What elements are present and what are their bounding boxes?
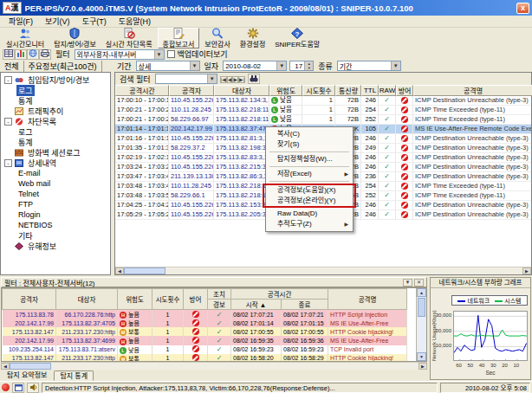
context-menu-item-7[interactable]: 공격정보(도움말)(X) [267,185,352,196]
realtime-monitor-button[interactable]: 실시간모니터 [2,28,49,48]
col-end[interactable]: 종료 [282,300,328,310]
column-header-공격자[interactable]: 공격자 [169,85,214,96]
spinner-arrows-icon[interactable]: ▲▼ [304,61,313,70]
summary-row-1[interactable]: 202.142.17.99175.113.82.37:4705H 높음1✓08/… [3,319,407,327]
scroll-right-icon[interactable]: ▶ [522,267,531,274]
tree-expander-icon[interactable]: - [4,118,12,126]
table-view-button[interactable] [3,49,15,60]
log-row-1[interactable]: 17:00:21 - 17:00:21110.11.28.245175.113.… [115,106,531,115]
web-view-button[interactable] [27,49,39,60]
context-menu-item-9[interactable]: Raw Data(D) [267,209,352,219]
col-defense[interactable]: 방어 [184,289,208,310]
tree-item-상세내역[interactable]: -상세내역 [1,158,110,168]
count-spinner[interactable]: 17▲▼ [289,61,314,71]
scrollbar-thumb[interactable] [418,298,425,317]
tree-item-방화벽 세션로그[interactable]: 방화벽 세션로그 [1,147,110,158]
tree-item-기타[interactable]: 기타 [1,230,110,241]
col-attack-name[interactable]: 공격명 [328,289,407,310]
col-alarm[interactable]: 경보 [208,300,231,310]
detect-defense-alert-button[interactable]: 탐지/방어/경보 [49,28,101,48]
detail-tab-1[interactable]: 탐지 통계 [54,370,94,381]
context-menu-item-3[interactable]: 탐지정책설정(W)... [267,154,352,164]
type-combobox[interactable]: 기간▼ [337,61,401,71]
tree-item-유해정보[interactable]: 유해정보 [1,241,110,251]
panel-collapse-icon[interactable]: ▼ [403,279,412,287]
column-header-공격명[interactable]: 공격명 [413,85,532,96]
column-header-시도횟수[interactable]: 시도횟수 [302,85,335,96]
col-attacker[interactable]: 공격자 [3,289,56,310]
backup-data-checkbox[interactable]: 백업데이터보기 [167,48,228,60]
checkbox-box-icon[interactable] [167,50,175,58]
col-attack-time[interactable]: 공격시간 [231,289,328,300]
scroll-down-icon[interactable]: ▼ [417,352,426,361]
sound-toggle-button[interactable] [27,383,39,393]
sniper-help-button[interactable]: ?SNIPER도움말 [270,28,324,48]
log-row-2[interactable]: 17:00:21 - 17:00:2158.229.66.97175.113.8… [115,115,531,125]
summary-row-4[interactable]: 109.235.254.114175.113.83.71:atservL 낮음1… [3,345,407,354]
tree-item-로그[interactable]: 로그 [1,85,110,95]
tree-item-Web mail[interactable]: Web mail [1,178,110,189]
menu-item-2[interactable]: 도구(T) [77,15,112,28]
panel-close-icon[interactable]: ✕ [414,279,424,287]
view-tab-0[interactable]: 전체 [0,61,24,72]
tree-item-Rlogin[interactable]: Rlogin [1,209,110,220]
column-header-RAW[interactable]: RAW [379,85,396,96]
tree-item-Telnet[interactable]: Telnet [1,189,110,199]
tree-item-E-mail[interactable]: E-mail [1,168,110,178]
tree-item-차단목록[interactable]: -차단목록 [1,116,110,126]
tree-expander-icon[interactable]: - [4,76,12,84]
chevron-down-icon[interactable]: ▼ [391,61,400,70]
scroll-right-icon[interactable]: ▶ [418,363,427,370]
print-button[interactable] [39,49,51,60]
col-start[interactable]: 시작 ▲ [231,300,282,310]
scroll-left-icon[interactable]: ◀ [115,267,124,274]
log-row-0[interactable]: 17:00:10 - 17:00:10110.45.155.226175.113… [115,96,531,106]
tree-item-FTP[interactable]: FTP [1,199,110,209]
context-menu-item-0[interactable]: 복사(C) [267,129,352,139]
date-combobox[interactable]: 2010-08-02▼ [223,61,287,71]
tree-item-침입탐지/방어/경보[interactable]: -침입탐지/방어/경보 [1,74,110,85]
chevron-down-icon[interactable]: ▼ [154,50,164,59]
tree-expander-icon[interactable]: - [4,159,12,167]
detail-tab-0[interactable]: 탐지 요약정보 [2,370,52,381]
search-filter-combobox[interactable]: ▼ [155,74,217,84]
tree-item-로그[interactable]: 로그 [1,126,110,137]
col-risk[interactable]: 위험도 [118,289,152,310]
scrollbar-thumb[interactable] [124,267,165,274]
find-binoculars-button[interactable] [248,74,260,84]
chevron-down-icon[interactable]: ▼ [276,61,286,70]
context-menu-item-10[interactable]: 추적도구(Z)▶ [267,219,352,229]
settings-button[interactable]: 환경설정 [236,28,269,48]
column-header-TTL[interactable]: TTL [361,85,379,96]
menu-item-1[interactable]: 보기(V) [40,15,75,28]
menu-item-0[interactable]: 파일(F) [3,15,38,28]
scroll-left-icon[interactable]: ◀ [1,363,10,370]
menu-item-3[interactable]: 도움말(H) [114,15,156,28]
context-menu-item-1[interactable]: 찾기(S) [267,139,352,150]
summary-hscrollbar[interactable]: ◀▶ [1,362,427,370]
column-header-대상자[interactable]: 대상자 [214,85,269,96]
column-header-공격시간[interactable]: 공격시간 [115,85,169,96]
column-header-방어[interactable]: 방어 [396,85,413,96]
period-combobox[interactable]: 상세▼ [136,61,200,71]
column-header-통신량[interactable]: 통신량 [335,85,361,96]
security-audit-button[interactable]: 보안감사 [200,28,234,48]
chart-view-button[interactable] [15,49,27,60]
col-victim[interactable]: 대상자 [56,289,118,310]
filter-combobox[interactable]: 외부사용자-내부서버▼ [75,49,165,60]
tree-item-트래픽추이[interactable]: 트래픽추이 [1,106,110,116]
summary-row-0[interactable]: 175.113.83.7866.170.228.76:httpH 높음1✓08/… [3,310,407,319]
close-button[interactable]: x [516,3,529,14]
nav-button-0[interactable]: |◀ [220,76,227,83]
tree-item-통계[interactable]: 통계 [1,95,110,106]
tree-item-통계[interactable]: 통계 [1,137,110,147]
report-button[interactable]: 종합보고서 [158,28,200,48]
chevron-down-icon[interactable]: ▼ [207,74,217,83]
chevron-down-icon[interactable]: ▼ [190,61,199,70]
summary-row-5[interactable]: 175.113.82.147211.233.17.230:httpM 보통1✓0… [3,354,407,362]
summary-vscrollbar[interactable]: ▲ ▼ [416,288,426,361]
col-attempts[interactable]: 시도횟수 [152,289,184,310]
view-tab-1[interactable]: 주요정보(최근100건) [24,61,102,72]
summary-row-2[interactable]: 175.113.82.147211.233.17.230:httpM 보통1✓0… [3,327,407,336]
nav-button-3[interactable]: ▶| [238,76,245,83]
